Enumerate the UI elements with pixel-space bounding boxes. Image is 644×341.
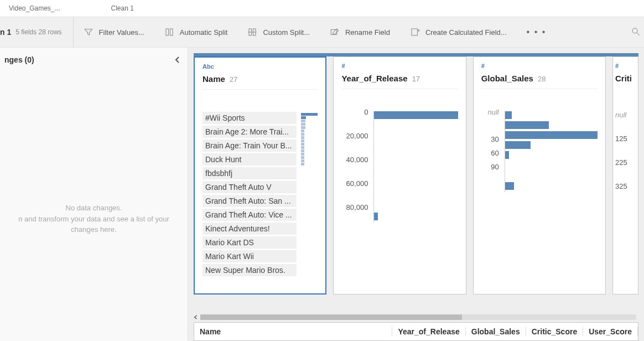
list-item[interactable]: Brain Age 2: More Trai... (202, 126, 297, 138)
search-icon (631, 27, 641, 37)
changes-empty-message: No data changes. n and transform your da… (0, 203, 188, 235)
calc-icon (410, 27, 420, 37)
tabs-row: Video_Games_... Clean 1 (0, 0, 644, 17)
global-tick-null: null (481, 108, 499, 116)
list-item[interactable]: Brain Age: Train Your B... (202, 140, 297, 152)
list-item[interactable]: Grand Theft Auto: Vice ... (202, 209, 297, 221)
scroll-left-icon[interactable] (194, 315, 198, 319)
grid-col-user[interactable]: User_Score (583, 327, 638, 336)
field-global-count: 28 (538, 75, 546, 83)
field-critic-label: Criti (615, 74, 632, 83)
rename-icon (330, 27, 340, 37)
field-card-name[interactable]: Abc Name 27 #Wii Sports Brain Age 2: Mor… (194, 56, 326, 294)
filter-icon (84, 27, 94, 37)
datatype-number-icon: # (341, 63, 458, 69)
list-item[interactable]: fbdsbhfj (202, 167, 297, 179)
critic-tick: 125 (615, 135, 636, 143)
custom-split-label: Custom Split... (263, 28, 310, 37)
field-year-count: 17 (412, 75, 420, 83)
global-tick: 60 (481, 149, 499, 157)
rename-field-button[interactable]: Rename Field (320, 17, 400, 47)
year-tick: 80,000 (341, 203, 368, 211)
grid-col-year[interactable]: Year_of_Release (392, 327, 465, 336)
data-grid-header: Name Year_of_Release Global_Sales Critic… (194, 322, 638, 341)
grid-col-name[interactable]: Name (194, 327, 392, 336)
year-axis: 0 20,000 40,000 60,000 80,000 (341, 108, 368, 223)
split-auto-icon (164, 27, 174, 37)
tab-clean[interactable]: Clean 1 (107, 2, 147, 14)
field-year-label: Year_of_Release (341, 74, 407, 83)
toolbar-more-button[interactable]: • • • (517, 27, 557, 37)
svg-rect-1 (170, 29, 173, 35)
scroll-thumb[interactable] (200, 314, 462, 320)
critic-tick-null: null (615, 111, 636, 119)
toolbar-right-button[interactable] (627, 27, 644, 38)
svg-line-10 (637, 33, 640, 35)
year-tick: 60,000 (341, 179, 368, 188)
year-tick: 20,000 (341, 132, 368, 140)
svg-point-9 (632, 28, 637, 33)
field-card-global-sales[interactable]: # Global_Sales 28 null 30 60 90 (473, 56, 606, 294)
calc-label: Create Calculated Field... (425, 28, 507, 37)
datatype-number-icon: # (481, 63, 598, 69)
list-item[interactable]: Kinect Adventures! (202, 223, 297, 235)
changes-msg-1: No data changes. (4, 203, 183, 214)
filter-values-button[interactable]: Filter Values... (74, 17, 154, 47)
year-tick: 0 (341, 108, 368, 116)
list-item[interactable]: #Wii Sports (202, 112, 297, 124)
field-name-label: Name (202, 74, 225, 84)
changes-panel: nges (0) No data changes. n and transfor… (0, 48, 188, 341)
auto-split-label: Automatic Split (180, 28, 228, 37)
custom-split-button[interactable]: Custom Split... (237, 17, 320, 47)
svg-rect-5 (331, 30, 337, 35)
year-histogram[interactable] (373, 111, 458, 223)
field-card-year[interactable]: # Year_of_Release 17 0 20,000 40,000 60,… (333, 56, 466, 294)
main-area: nges (0) No data changes. n and transfor… (0, 48, 644, 341)
grid-col-global[interactable]: Global_Sales (466, 327, 526, 336)
list-item[interactable]: New Super Mario Bros. (202, 264, 297, 276)
field-name-count: 27 (230, 75, 237, 84)
list-item[interactable]: Grand Theft Auto: San ... (202, 195, 297, 207)
field-global-label: Global_Sales (481, 74, 533, 83)
list-item[interactable]: Mario Kart DS (202, 236, 297, 249)
critic-tick: 325 (615, 182, 636, 190)
changes-msg-2: n and transform your data and see a list… (4, 214, 183, 225)
scroll-track[interactable] (200, 314, 636, 320)
create-calculated-field-button[interactable]: Create Calculated Field... (400, 17, 517, 47)
profile-cards-row: Abc Name 27 #Wii Sports Brain Age 2: Mor… (188, 56, 644, 300)
collapse-panel-icon[interactable] (174, 56, 181, 63)
year-tick: 40,000 (341, 156, 368, 164)
global-tick: 30 (481, 135, 499, 143)
datatype-string-icon: Abc (202, 63, 318, 70)
field-card-critic-partial[interactable]: # Criti null 125 225 325 (612, 56, 638, 294)
changes-title: nges (0) (4, 55, 34, 64)
list-item[interactable]: Grand Theft Auto V (202, 181, 297, 193)
profile-content: Abc Name 27 #Wii Sports Brain Age 2: Mor… (188, 48, 644, 341)
tab-source[interactable]: Video_Games_... (4, 2, 74, 14)
name-values-list: #Wii Sports Brain Age 2: More Trai... Br… (202, 112, 298, 276)
toolbar-title: n 1 (0, 28, 15, 37)
toolbar: n 1 5 fields 28 rows Filter Values... Au… (0, 17, 644, 48)
svg-rect-6 (412, 29, 418, 35)
list-item[interactable]: Duck Hunt (202, 153, 297, 166)
automatic-split-button[interactable]: Automatic Split (154, 17, 238, 47)
list-item[interactable]: Mario Kart Wii (202, 250, 297, 262)
name-sparkbars (301, 113, 318, 276)
toolbar-meta: 5 fields 28 rows (15, 17, 73, 47)
critic-tick: 225 (615, 158, 636, 167)
svg-rect-0 (166, 29, 169, 35)
rename-label: Rename Field (345, 28, 390, 37)
changes-msg-3: changes here. (4, 224, 183, 235)
global-histogram[interactable] (505, 111, 598, 192)
global-axis: null 30 60 90 (481, 108, 499, 192)
horizontal-scrollbar[interactable] (194, 313, 638, 321)
datatype-number-icon: # (615, 63, 636, 69)
filter-label: Filter Values... (99, 28, 144, 37)
grid-col-critic[interactable]: Critic_Score (526, 327, 583, 336)
split-custom-icon (247, 27, 257, 37)
global-tick: 90 (481, 163, 499, 171)
